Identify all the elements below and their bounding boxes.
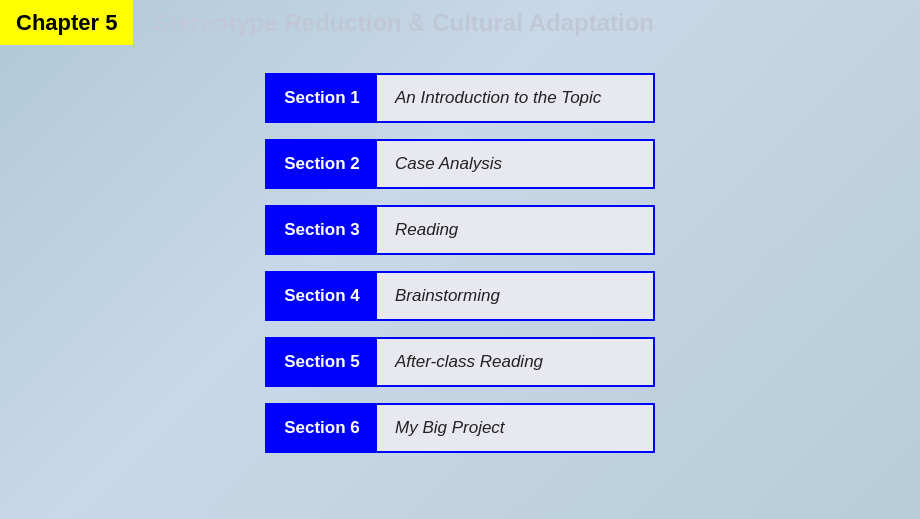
section-row-1[interactable]: Section 1An Introduction to the Topic (265, 73, 655, 123)
section-label-5: Section 5 (267, 339, 377, 385)
section-row-2[interactable]: Section 2Case Analysis (265, 139, 655, 189)
section-label-2: Section 2 (267, 141, 377, 187)
chapter-title: Stereotype Reduction & Cultural Adaptati… (133, 9, 653, 37)
sections-container: Section 1An Introduction to the TopicSec… (0, 73, 920, 469)
header: Chapter 5 Stereotype Reduction & Cultura… (0, 0, 920, 45)
section-label-1: Section 1 (267, 75, 377, 121)
section-label-3: Section 3 (267, 207, 377, 253)
chapter-badge: Chapter 5 (0, 0, 133, 45)
section-label-6: Section 6 (267, 405, 377, 451)
section-content-5: After-class Reading (377, 339, 653, 385)
section-content-4: Brainstorming (377, 273, 653, 319)
section-row-3[interactable]: Section 3Reading (265, 205, 655, 255)
section-content-2: Case Analysis (377, 141, 653, 187)
section-row-4[interactable]: Section 4Brainstorming (265, 271, 655, 321)
section-content-6: My Big Project (377, 405, 653, 451)
section-label-4: Section 4 (267, 273, 377, 319)
section-row-5[interactable]: Section 5After-class Reading (265, 337, 655, 387)
section-content-1: An Introduction to the Topic (377, 75, 653, 121)
section-row-6[interactable]: Section 6My Big Project (265, 403, 655, 453)
section-content-3: Reading (377, 207, 653, 253)
